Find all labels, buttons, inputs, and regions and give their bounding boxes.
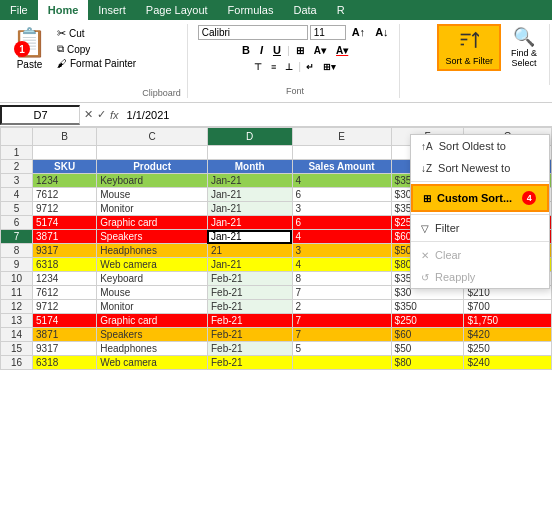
table-cell[interactable]: Speakers [97,230,208,244]
col-header-C[interactable]: C [97,128,208,146]
table-cell[interactable]: 3 [292,244,391,258]
table-cell[interactable]: Jan-21 [207,258,292,272]
table-cell[interactable]: Feb-21 [207,356,292,370]
cancel-icon[interactable]: ✕ [84,108,93,121]
name-box[interactable] [0,105,80,125]
table-cell[interactable]: 3 [292,202,391,216]
clear-item[interactable]: ✕ Clear [411,244,549,266]
wrap-text-button[interactable]: ↵ [302,60,318,74]
table-cell[interactable]: $80 [391,356,464,370]
grow-font-button[interactable]: A↑ [348,24,369,40]
col-header-D[interactable]: D [207,128,292,146]
table-cell[interactable]: 9712 [33,300,97,314]
table-cell[interactable]: $350 [391,300,464,314]
table-cell[interactable]: 4 [292,230,391,244]
table-cell[interactable] [97,146,208,160]
table-cell[interactable] [292,356,391,370]
row-header[interactable]: 10 [1,272,33,286]
underline-button[interactable]: U [269,42,285,58]
table-cell[interactable]: $700 [464,300,552,314]
table-cell[interactable]: $60 [391,328,464,342]
table-cell[interactable]: 5 [292,342,391,356]
table-cell[interactable]: 6 [292,216,391,230]
table-cell[interactable]: Jan-21 [207,174,292,188]
table-cell[interactable]: $240 [464,356,552,370]
table-cell[interactable]: 6318 [33,356,97,370]
row-header[interactable]: 15 [1,342,33,356]
table-cell[interactable]: Web camera [97,258,208,272]
table-cell[interactable]: Jan-21 [207,216,292,230]
table-cell[interactable]: Feb-21 [207,272,292,286]
cut-button[interactable]: ✂ Cut [55,26,138,41]
merge-button[interactable]: ⊞▾ [319,60,340,74]
table-cell[interactable]: Keyboard [97,174,208,188]
table-cell[interactable]: Graphic card [97,216,208,230]
table-cell[interactable]: 21 [207,244,292,258]
copy-button[interactable]: ⧉ Copy [55,42,138,56]
table-cell[interactable]: 9712 [33,202,97,216]
table-cell[interactable] [33,146,97,160]
sort-filter-button[interactable]: Sort & Filter [437,24,501,71]
format-painter-button[interactable]: 🖌 Format Painter [55,57,138,70]
table-cell[interactable]: Graphic card [97,314,208,328]
table-cell[interactable]: 3871 [33,230,97,244]
table-cell[interactable]: Mouse [97,188,208,202]
font-name-input[interactable] [198,25,308,40]
tab-data[interactable]: Data [283,0,326,20]
row-header[interactable]: 4 [1,188,33,202]
align-mid-button[interactable]: ≡ [267,60,280,74]
table-cell[interactable]: $1,750 [464,314,552,328]
table-cell[interactable]: Sales Amount [292,160,391,174]
sort-oldest-item[interactable]: ↑A Sort Oldest to [411,135,549,157]
table-cell[interactable]: $250 [391,314,464,328]
table-cell[interactable]: 6318 [33,258,97,272]
table-cell[interactable]: 7 [292,286,391,300]
sort-newest-item[interactable]: ↓Z Sort Newest to [411,157,549,179]
tab-formulas[interactable]: Formulas [218,0,284,20]
table-cell[interactable]: 9317 [33,244,97,258]
table-cell[interactable]: $50 [391,342,464,356]
tab-file[interactable]: File [0,0,38,20]
tab-home[interactable]: Home [38,0,89,20]
row-header[interactable]: 13 [1,314,33,328]
table-cell[interactable]: Keyboard [97,272,208,286]
find-select-button[interactable]: 🔍 Find &Select [505,24,543,70]
table-cell[interactable]: 5174 [33,216,97,230]
bold-button[interactable]: B [238,42,254,58]
table-cell[interactable]: Jan-21 [207,202,292,216]
table-cell[interactable]: $420 [464,328,552,342]
table-cell[interactable]: Mouse [97,286,208,300]
table-cell[interactable]: 1234 [33,272,97,286]
align-top-button[interactable]: ⊤ [250,60,266,74]
table-cell[interactable]: 9317 [33,342,97,356]
table-cell[interactable]: Product [97,160,208,174]
table-cell[interactable]: 7612 [33,188,97,202]
fill-color-button[interactable]: A▾ [310,43,330,58]
col-header-E[interactable]: E [292,128,391,146]
filter-item[interactable]: ▽ Filter [411,217,549,239]
table-cell[interactable] [207,146,292,160]
row-header[interactable]: 2 [1,160,33,174]
table-cell[interactable]: 7 [292,314,391,328]
row-header[interactable]: 1 [1,146,33,160]
row-header[interactable]: 7 [1,230,33,244]
table-cell[interactable]: Jan-21 [207,230,292,244]
table-cell[interactable]: Feb-21 [207,342,292,356]
table-cell[interactable]: $250 [464,342,552,356]
table-cell[interactable] [292,146,391,160]
insert-function-icon[interactable]: fx [110,109,119,121]
table-cell[interactable]: 7612 [33,286,97,300]
table-cell[interactable]: Speakers [97,328,208,342]
table-cell[interactable]: 6 [292,188,391,202]
row-header[interactable]: 9 [1,258,33,272]
table-cell[interactable]: 2 [292,300,391,314]
table-cell[interactable]: Feb-21 [207,314,292,328]
paste-button[interactable]: 📋 1 Paste [8,24,51,72]
table-cell[interactable]: Monitor [97,300,208,314]
table-cell[interactable]: Feb-21 [207,328,292,342]
italic-button[interactable]: I [256,42,267,58]
table-cell[interactable]: Jan-21 [207,188,292,202]
tab-review[interactable]: R [327,0,355,20]
row-header[interactable]: 16 [1,356,33,370]
table-cell[interactable]: Headphones [97,244,208,258]
